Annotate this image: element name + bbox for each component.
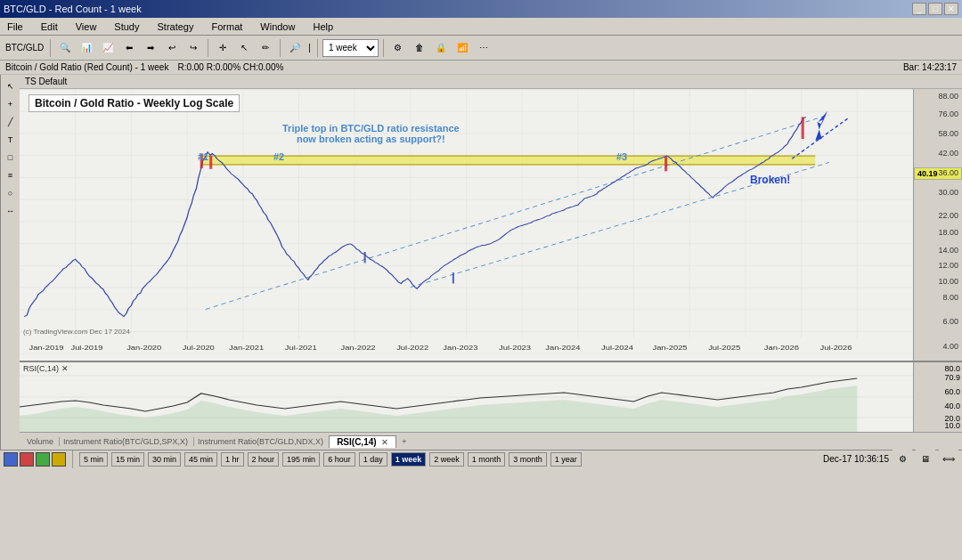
tf-2week[interactable]: 2 week (429, 452, 464, 467)
rsi-40: 40.0 (944, 402, 960, 410)
price-22: 22.00 (936, 210, 960, 221)
price-30: 30.00 (936, 187, 960, 198)
source-text: (c) TradingView.com Dec 17 2024 (23, 328, 130, 336)
close-button[interactable]: ✕ (944, 3, 958, 15)
svg-text:Jan-2020: Jan-2020 (126, 344, 161, 352)
ellipse-tool[interactable]: ○ (3, 185, 19, 201)
chart-name-label: TS Default (25, 77, 67, 86)
menubar: File Edit View Study Strategy Format Win… (0, 18, 962, 36)
wifi-button[interactable]: 📶 (452, 38, 472, 58)
zoom-button[interactable]: 🔎 (285, 38, 305, 58)
menu-window[interactable]: Window (255, 20, 300, 34)
minimize-button[interactable]: _ (912, 3, 926, 15)
close-rsi-tab[interactable]: ✕ (381, 438, 388, 447)
right-price-axis: 40.19 88.00 76.00 58.00 42.00 36.00 30.0… (913, 89, 962, 361)
tb-btn-3[interactable]: ⬅ (119, 38, 139, 58)
svg-text:Jan-2024: Jan-2024 (545, 344, 580, 352)
title-text: BTC/GLD - Red Count - 1 week (4, 4, 142, 14)
separator5 (383, 39, 384, 57)
window-controls[interactable]: _ □ ✕ (912, 3, 958, 15)
menu-edit[interactable]: Edit (36, 20, 63, 34)
rsi-tab[interactable]: RSI(C,14) ✕ (329, 435, 396, 448)
tb-btn-1[interactable]: 📊 (77, 38, 96, 58)
delete-button[interactable]: 🗑 (410, 38, 429, 58)
svg-text:Jul-2021: Jul-2021 (285, 344, 317, 352)
price-4: 4.00 (941, 341, 960, 352)
separator2 (208, 39, 208, 57)
crosshair-button[interactable]: ✛ (213, 38, 232, 58)
tf-15min[interactable]: 15 min (111, 452, 144, 467)
measure-tool[interactable]: ↔ (3, 203, 19, 219)
status-settings[interactable]: ⚙ (893, 450, 912, 469)
tf-45min[interactable]: 45 min (184, 452, 217, 467)
tb-btn-4[interactable]: ➡ (141, 38, 160, 58)
rsi-10: 10.0 (944, 421, 960, 430)
crosshair-tool[interactable]: + (3, 96, 19, 112)
menu-study[interactable]: Study (109, 20, 144, 34)
tf-1hr[interactable]: 1 hr (221, 452, 244, 467)
line-tool[interactable]: ╱ (3, 114, 19, 130)
status-date: Dec-17 10:36:15 (823, 454, 889, 464)
more-button[interactable]: ⋯ (474, 38, 493, 58)
fib-tool[interactable]: ≡ (3, 167, 19, 183)
tf-1day[interactable]: 1 day (359, 452, 387, 467)
price-76: 76.00 (936, 109, 960, 119)
svg-text:Jul-2020: Jul-2020 (183, 344, 215, 352)
color-btn-4[interactable] (52, 452, 66, 467)
tf-1month[interactable]: 1 month (468, 452, 506, 467)
text-tool[interactable]: T (3, 132, 19, 148)
zoom-in-button[interactable]: 🔍 (55, 38, 75, 58)
rect-tool[interactable]: □ (3, 150, 19, 166)
rsi-60: 60.0 (944, 387, 960, 396)
arrow-button[interactable]: ↖ (234, 38, 254, 58)
status-arrows[interactable]: ⟺ (939, 450, 958, 469)
color-btn-3[interactable] (36, 452, 50, 467)
rsi-80: 80.0 (944, 364, 960, 373)
menu-format[interactable]: Format (206, 20, 248, 34)
tb-btn-5[interactable]: ↩ (162, 38, 182, 58)
indicator-panel: RSI(C,14) ✕ 80.0 70.9 60.0 40.0 (20, 361, 962, 432)
price-6: 6.00 (941, 316, 960, 327)
tf-1week-active[interactable]: 1 week (391, 452, 427, 467)
tf-5min[interactable]: 5 min (79, 452, 108, 467)
cursor-tool[interactable]: ↖ (3, 78, 19, 94)
settings-button[interactable]: ⚙ (388, 38, 408, 58)
tf-30min[interactable]: 30 min (148, 452, 181, 467)
status-monitor[interactable]: 🖥 (916, 450, 935, 469)
color-btn-1[interactable] (4, 452, 18, 467)
price-14: 14.00 (936, 245, 960, 256)
svg-rect-43 (452, 272, 454, 283)
svg-text:Jan-2026: Jan-2026 (764, 344, 799, 352)
tf-1year[interactable]: 1 year (550, 452, 582, 467)
price-info: R:0.00 R:0.00% CH:0.00% (177, 62, 283, 72)
annotation-triple-top: Triple top in BTC/GLD ratio resistance n… (282, 123, 460, 144)
svg-text:Jan-2021: Jan-2021 (229, 344, 264, 352)
chart-canvas[interactable]: Bitcoin / Gold Ratio - Weekly Log Scale … (20, 89, 913, 361)
left-toolbar: ↖ + ╱ T □ ≡ ○ ↔ (0, 75, 20, 450)
tf-195min[interactable]: 195 min (282, 452, 320, 467)
tb-btn-6[interactable]: ↪ (183, 38, 203, 58)
main-chart-section: Bitcoin / Gold Ratio - Weekly Log Scale … (20, 89, 962, 361)
tb-btn-2[interactable]: 📈 (98, 38, 118, 58)
draw-button[interactable]: ✏ (256, 38, 275, 58)
timeframe-select[interactable]: 1 week 1 day 1 month (322, 39, 379, 57)
menu-view[interactable]: View (70, 20, 102, 34)
color-btn-2[interactable] (20, 452, 34, 467)
titlebar: BTC/GLD - Red Count - 1 week _ □ ✕ (0, 0, 962, 18)
menu-file[interactable]: File (2, 20, 29, 34)
indicator-label: RSI(C,14) ✕ (23, 364, 69, 373)
tf-2hour[interactable]: 2 hour (248, 452, 280, 467)
indicator-tabbar: Volume Instrument Ratio(BTC/GLD,SPX,X) I… (20, 432, 962, 450)
menu-strategy[interactable]: Strategy (152, 20, 200, 34)
status-sep1 (72, 450, 73, 468)
add-tab-button[interactable]: + (402, 437, 406, 446)
maximize-button[interactable]: □ (928, 3, 942, 15)
ratio-spx-label: Instrument Ratio(BTC/GLD,SPX,X) (59, 437, 192, 446)
svg-rect-41 (209, 156, 212, 169)
tf-3month[interactable]: 3 month (509, 452, 547, 467)
chart-title-info: Bitcoin / Gold Ratio (Red Count) - 1 wee… (5, 62, 168, 72)
menu-help[interactable]: Help (307, 20, 338, 34)
tf-6hour[interactable]: 6 hour (323, 452, 355, 467)
peak2-label: #2 (273, 151, 284, 162)
lock-button[interactable]: 🔒 (431, 38, 451, 58)
